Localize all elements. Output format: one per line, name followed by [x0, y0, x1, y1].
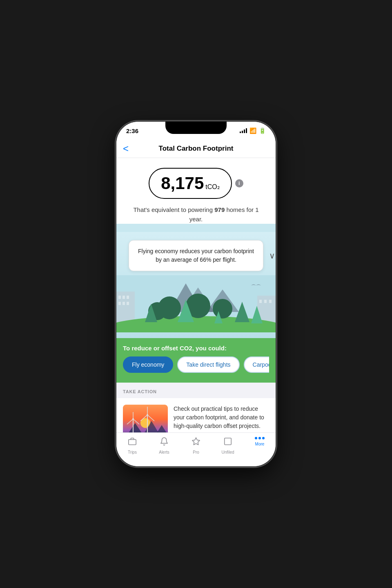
- action-card: Check out practical tips to reduce your …: [116, 398, 276, 432]
- svg-point-19: [213, 299, 232, 318]
- svg-rect-3: [122, 296, 125, 299]
- take-action-section: TAKE ACTION: [116, 383, 276, 432]
- alerts-icon: [160, 437, 169, 448]
- action-image: [123, 405, 168, 432]
- phone-frame: 2:36 📶 🔋 < Total Carbon Footprint: [116, 122, 276, 466]
- svg-rect-11: [269, 300, 272, 303]
- carbon-unit: tCO₂: [205, 183, 219, 191]
- illustration-sky: Flying economy reduces your carbon footp…: [116, 232, 276, 338]
- svg-rect-40: [129, 439, 136, 445]
- pro-label: Pro: [193, 450, 199, 454]
- unfiled-label: Unfiled: [221, 450, 234, 454]
- status-icons: 📶 🔋: [240, 127, 266, 134]
- svg-rect-5: [118, 302, 121, 305]
- tab-more[interactable]: More: [244, 437, 276, 446]
- notch: [165, 122, 227, 134]
- chip-carpool[interactable]: Carpool or take…: [244, 356, 269, 373]
- svg-rect-9: [259, 300, 262, 303]
- trips-label: Trips: [128, 450, 137, 454]
- more-label: More: [255, 442, 265, 446]
- section-label: TAKE ACTION: [116, 383, 276, 398]
- svg-rect-42: [225, 438, 232, 445]
- unfiled-icon: [223, 437, 232, 448]
- battery-icon: 🔋: [259, 127, 266, 134]
- tab-pro[interactable]: Pro: [180, 437, 212, 454]
- svg-point-17: [158, 296, 181, 319]
- carbon-section: 8,175 tCO₂ i That's equivalent to poweri…: [116, 158, 276, 224]
- tab-trips[interactable]: Trips: [116, 437, 148, 454]
- carbon-display: 8,175 tCO₂ i: [125, 168, 267, 199]
- wifi-icon: 📶: [249, 127, 256, 134]
- tooltip-text: Flying economy reduces your carbon footp…: [137, 247, 255, 264]
- chip-direct-flights[interactable]: Take direct flights: [177, 356, 239, 373]
- equivalent-text: That's equivalent to powering 979 homes …: [125, 205, 267, 224]
- svg-rect-2: [118, 296, 121, 299]
- phone-screen: 2:36 📶 🔋 < Total Carbon Footprint: [116, 122, 276, 466]
- carbon-pill: 8,175 tCO₂: [149, 168, 232, 199]
- nav-header: < Total Carbon Footprint: [116, 140, 276, 158]
- action-chips: Fly economy Take direct flights Carpool …: [123, 356, 269, 374]
- tab-bar: Trips Alerts Pro: [116, 432, 276, 466]
- svg-rect-6: [122, 302, 125, 305]
- wind-scene-illustration: [123, 405, 168, 432]
- reduce-label: To reduce or offset CO2, you could:: [123, 345, 269, 352]
- more-icon: [255, 437, 265, 439]
- alerts-label: Alerts: [159, 450, 169, 454]
- carbon-value: 8,175: [161, 174, 204, 193]
- scroll-content[interactable]: 8,175 tCO₂ i That's equivalent to poweri…: [116, 158, 276, 432]
- nature-scene: [116, 275, 276, 332]
- chevron-down-icon: ∨: [269, 251, 275, 261]
- svg-rect-4: [127, 296, 129, 299]
- pro-icon: [192, 437, 200, 448]
- signal-bars-icon: [240, 128, 247, 133]
- page-title: Total Carbon Footprint: [159, 145, 234, 153]
- green-section: To reduce or offset CO2, you could: Fly …: [116, 338, 276, 383]
- action-description: Check out practical tips to reduce your …: [174, 405, 269, 430]
- svg-rect-10: [264, 300, 267, 303]
- status-time: 2:36: [126, 127, 138, 134]
- info-button[interactable]: i: [235, 179, 243, 187]
- action-text-block: Check out practical tips to reduce your …: [174, 405, 269, 432]
- svg-rect-7: [127, 302, 129, 305]
- back-button[interactable]: <: [123, 143, 129, 154]
- tab-unfiled[interactable]: Unfiled: [212, 437, 244, 454]
- chip-fly-economy[interactable]: Fly economy: [123, 356, 173, 373]
- trips-icon: [128, 437, 137, 448]
- wind-svg: [123, 405, 168, 432]
- tooltip-box: Flying economy reduces your carbon footp…: [129, 240, 263, 271]
- tab-alerts[interactable]: Alerts: [148, 437, 180, 454]
- svg-marker-41: [192, 438, 200, 445]
- nature-svg: [116, 275, 276, 332]
- illustration-section: Flying economy reduces your carbon footp…: [116, 224, 276, 383]
